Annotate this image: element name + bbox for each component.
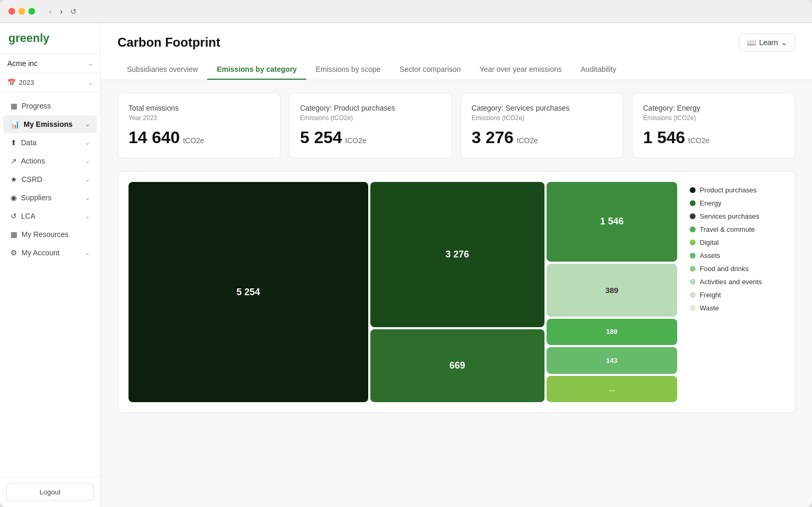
value-number: 1 546: [643, 128, 685, 147]
book-icon: 📖: [747, 38, 756, 47]
back-button[interactable]: ‹: [46, 6, 55, 17]
legend-label: Digital: [700, 239, 719, 246]
company-selector-area[interactable]: Acme inc ⌄: [0, 54, 100, 73]
tab-auditability[interactable]: Auditability: [571, 60, 626, 80]
chart-section: 5 254 3 276 669: [117, 171, 795, 413]
summary-cards: Total emissions Year 2023 14 640 tCO2e C…: [117, 93, 795, 158]
header-top: Carbon Footprint 📖 Learn ⌄: [117, 34, 795, 51]
legend-label: Services purchases: [700, 212, 759, 220]
resources-icon: ▦: [10, 230, 17, 239]
value-number: 3 276: [472, 128, 514, 147]
nav-buttons: ‹ › ↺: [46, 6, 77, 17]
legend-dot: [690, 305, 696, 311]
sidebar-item-my-emissions[interactable]: 📊 My Emissions ⌄: [3, 115, 97, 133]
treemap-block-digital[interactable]: 389: [547, 264, 677, 317]
sidebar-item-my-resources[interactable]: ▦ My Resources: [3, 225, 97, 243]
learn-button[interactable]: 📖 Learn ⌄: [739, 34, 795, 51]
company-name: Acme inc: [7, 59, 38, 68]
logout-button[interactable]: Logout: [6, 483, 94, 501]
block-value: 5 254: [237, 287, 260, 298]
card-total-emissions: Total emissions Year 2023 14 640 tCO2e: [117, 93, 281, 158]
legend-dot: [690, 187, 696, 193]
sidebar-item-csrd[interactable]: ★ CSRD ⌄: [3, 170, 97, 188]
card-subtitle: Émissions (tCO2e): [643, 114, 784, 122]
tab-by-category[interactable]: Emissions by category: [207, 60, 306, 80]
sidebar-item-lca[interactable]: ↺ LCA ⌄: [3, 207, 97, 225]
sidebar-item-label: CSRD: [22, 175, 42, 184]
tabs: Subsidiaries overview Emissions by categ…: [117, 60, 795, 80]
treemap-block-food-drinks[interactable]: 143: [547, 347, 677, 374]
calendar-icon: 📅: [7, 79, 16, 87]
value-number: 5 254: [300, 128, 342, 147]
treemap-block-services-purchases[interactable]: 3 276: [370, 182, 544, 327]
block-value: 1 546: [600, 216, 624, 227]
sidebar-item-label: Data: [21, 138, 37, 147]
sidebar-item-progress[interactable]: ▦ Progress: [3, 97, 97, 115]
legend-label: Waste: [700, 304, 719, 312]
sidebar-item-label: LCA: [21, 212, 35, 220]
value-unit: tCO2e: [517, 136, 538, 145]
emissions-chevron: ⌄: [85, 121, 90, 128]
data-icon: ⬆: [10, 138, 17, 147]
tab-subsidiaries[interactable]: Subsidiaries overview: [117, 60, 207, 80]
year-selector[interactable]: 📅 2023 ⌄: [7, 79, 93, 87]
sidebar-nav: ▦ Progress 📊 My Emissions ⌄ ⬆ Data: [0, 92, 100, 477]
actions-chevron: ⌄: [85, 158, 90, 165]
lca-chevron: ⌄: [85, 213, 90, 220]
block-value: 143: [606, 357, 618, 364]
tab-by-scope[interactable]: Emissions by scope: [306, 60, 390, 80]
forward-button[interactable]: ›: [57, 6, 66, 17]
block-value: 669: [450, 360, 465, 371]
year-selector-area[interactable]: 📅 2023 ⌄: [0, 73, 100, 92]
content-area: Total emissions Year 2023 14 640 tCO2e C…: [101, 80, 812, 507]
close-button[interactable]: [8, 8, 15, 15]
legend-dot: [690, 279, 696, 285]
card-subtitle: Emissions (tCO2e): [300, 114, 441, 122]
legend-label: Assets: [700, 252, 720, 260]
reload-button[interactable]: ↺: [70, 6, 77, 17]
progress-icon: ▦: [10, 102, 17, 110]
legend-item-food-drinks: Food and drinks: [690, 265, 784, 273]
sidebar-item-my-account[interactable]: ⚙ My Account ⌄: [3, 244, 97, 262]
year-value: 2023: [19, 79, 34, 87]
legend-dot: [690, 266, 696, 272]
block-value: 189: [606, 328, 618, 336]
legend-item-services-purchases: Services purchases: [690, 212, 784, 220]
sidebar-item-label: My Emissions: [24, 120, 72, 128]
treemap-block-energy[interactable]: 1 546: [547, 182, 677, 262]
card-value: 5 254 tCO2e: [300, 128, 441, 147]
logo-area: greenly: [0, 23, 100, 54]
legend-label: Travel & commute: [700, 225, 755, 233]
treemap-block-more[interactable]: ...: [547, 376, 677, 403]
tab-year-over-year[interactable]: Year over year emissions: [470, 60, 571, 80]
maximize-button[interactable]: [28, 8, 35, 15]
treemap-block-travel-commute[interactable]: 669: [370, 329, 544, 402]
block-value: 3 276: [445, 249, 469, 260]
treemap-block-assets[interactable]: 189: [547, 319, 677, 346]
card-title: Total emissions: [129, 104, 270, 112]
sidebar-item-actions[interactable]: ↗ Actions ⌄: [3, 152, 97, 170]
account-icon: ⚙: [10, 249, 17, 257]
card-energy: Category: Energy Émissions (tCO2e) 1 546…: [632, 93, 795, 158]
sidebar: greenly Acme inc ⌄ 📅 2023 ⌄: [0, 23, 101, 507]
value-unit: tCO2e: [345, 136, 366, 145]
suppliers-icon: ◉: [10, 193, 17, 202]
tab-sector[interactable]: Sector comparison: [390, 60, 471, 80]
treemap-col3: 1 546 389 189 143: [547, 182, 677, 402]
value-number: 14 640: [129, 128, 180, 147]
company-chevron: ⌄: [88, 60, 93, 67]
sidebar-footer: Logout: [0, 477, 100, 507]
sidebar-item-label: My Resources: [22, 230, 68, 239]
treemap-block-product-purchases[interactable]: 5 254: [129, 182, 368, 402]
legend-dot: [690, 213, 696, 219]
company-selector[interactable]: Acme inc ⌄: [7, 59, 93, 68]
year-left: 📅 2023: [7, 79, 34, 87]
minimize-button[interactable]: [18, 8, 25, 15]
legend-dot: [690, 253, 696, 258]
block-value: ...: [609, 385, 615, 393]
legend-item-product-purchases: Product purchases: [690, 186, 784, 194]
sidebar-item-data[interactable]: ⬆ Data ⌄: [3, 134, 97, 152]
account-chevron: ⌄: [85, 250, 90, 256]
sidebar-item-suppliers[interactable]: ◉ Suppliers ⌄: [3, 189, 97, 207]
legend-label: Product purchases: [700, 186, 756, 194]
